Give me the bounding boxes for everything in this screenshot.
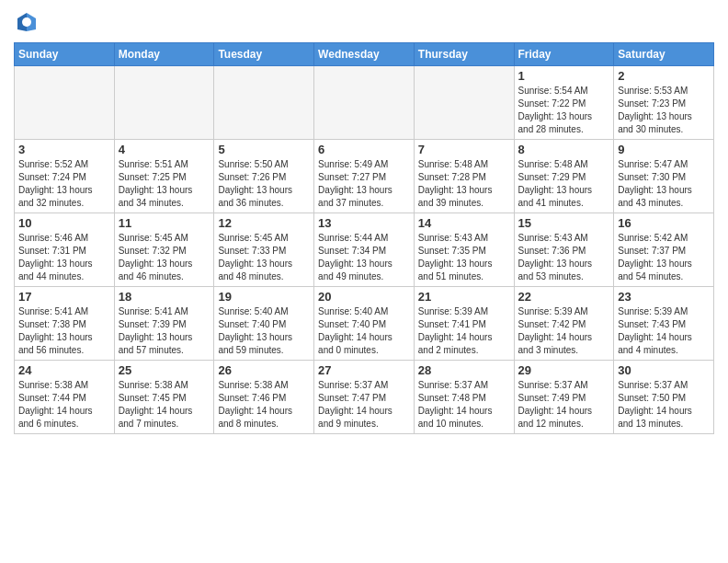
day-info: Sunrise: 5:41 AM Sunset: 7:39 PM Dayligh… bbox=[119, 305, 210, 357]
day-number: 12 bbox=[218, 216, 310, 230]
calendar-cell: 19Sunrise: 5:40 AM Sunset: 7:40 PM Dayli… bbox=[214, 287, 314, 361]
day-number: 24 bbox=[18, 363, 110, 377]
calendar-cell: 12Sunrise: 5:45 AM Sunset: 7:33 PM Dayli… bbox=[214, 213, 314, 287]
day-number: 19 bbox=[218, 290, 310, 304]
day-info: Sunrise: 5:49 AM Sunset: 7:27 PM Dayligh… bbox=[318, 158, 410, 210]
day-info: Sunrise: 5:37 AM Sunset: 7:49 PM Dayligh… bbox=[518, 379, 610, 431]
calendar-cell bbox=[414, 66, 514, 140]
day-number: 27 bbox=[318, 363, 410, 377]
day-info: Sunrise: 5:43 AM Sunset: 7:35 PM Dayligh… bbox=[418, 232, 510, 283]
weekday-header-tuesday: Tuesday bbox=[214, 43, 314, 66]
day-number: 4 bbox=[119, 143, 210, 156]
calendar-cell: 24Sunrise: 5:38 AM Sunset: 7:44 PM Dayli… bbox=[15, 361, 115, 434]
day-info: Sunrise: 5:39 AM Sunset: 7:42 PM Dayligh… bbox=[518, 305, 610, 357]
day-info: Sunrise: 5:37 AM Sunset: 7:47 PM Dayligh… bbox=[318, 379, 410, 431]
day-number: 5 bbox=[218, 143, 310, 156]
weekday-header-monday: Monday bbox=[114, 43, 214, 66]
day-info: Sunrise: 5:50 AM Sunset: 7:26 PM Dayligh… bbox=[218, 158, 310, 210]
day-number: 9 bbox=[618, 143, 710, 156]
calendar-cell bbox=[114, 66, 214, 140]
day-number: 10 bbox=[18, 216, 110, 230]
day-number: 11 bbox=[119, 216, 210, 230]
day-number: 25 bbox=[119, 363, 210, 377]
weekday-header-friday: Friday bbox=[514, 43, 614, 66]
calendar-cell: 23Sunrise: 5:39 AM Sunset: 7:43 PM Dayli… bbox=[614, 287, 714, 361]
calendar-cell: 10Sunrise: 5:46 AM Sunset: 7:31 PM Dayli… bbox=[15, 213, 115, 287]
calendar-cell bbox=[214, 66, 314, 140]
day-info: Sunrise: 5:44 AM Sunset: 7:34 PM Dayligh… bbox=[318, 232, 410, 283]
day-number: 3 bbox=[18, 143, 110, 156]
day-info: Sunrise: 5:38 AM Sunset: 7:44 PM Dayligh… bbox=[18, 379, 110, 431]
day-number: 15 bbox=[518, 216, 610, 230]
week-row-1: 3Sunrise: 5:52 AM Sunset: 7:24 PM Daylig… bbox=[15, 140, 714, 213]
weekday-header-saturday: Saturday bbox=[614, 43, 714, 66]
day-info: Sunrise: 5:39 AM Sunset: 7:41 PM Dayligh… bbox=[418, 305, 510, 357]
day-info: Sunrise: 5:38 AM Sunset: 7:46 PM Dayligh… bbox=[218, 379, 310, 431]
page-header bbox=[14, 9, 714, 35]
day-info: Sunrise: 5:47 AM Sunset: 7:30 PM Dayligh… bbox=[618, 158, 710, 210]
day-number: 22 bbox=[518, 290, 610, 304]
day-info: Sunrise: 5:51 AM Sunset: 7:25 PM Dayligh… bbox=[119, 158, 210, 210]
day-number: 13 bbox=[318, 216, 410, 230]
calendar-cell: 20Sunrise: 5:40 AM Sunset: 7:40 PM Dayli… bbox=[314, 287, 415, 361]
calendar-cell: 3Sunrise: 5:52 AM Sunset: 7:24 PM Daylig… bbox=[15, 140, 115, 213]
calendar-cell: 9Sunrise: 5:47 AM Sunset: 7:30 PM Daylig… bbox=[614, 140, 714, 213]
day-number: 23 bbox=[618, 290, 710, 304]
calendar-cell: 21Sunrise: 5:39 AM Sunset: 7:41 PM Dayli… bbox=[414, 287, 514, 361]
day-number: 18 bbox=[119, 290, 210, 304]
day-number: 6 bbox=[318, 143, 410, 156]
day-info: Sunrise: 5:40 AM Sunset: 7:40 PM Dayligh… bbox=[218, 305, 310, 357]
day-info: Sunrise: 5:38 AM Sunset: 7:45 PM Dayligh… bbox=[119, 379, 210, 431]
calendar-table: SundayMondayTuesdayWednesdayThursdayFrid… bbox=[14, 42, 714, 434]
page-container: SundayMondayTuesdayWednesdayThursdayFrid… bbox=[0, 0, 728, 443]
day-number: 28 bbox=[418, 363, 510, 377]
calendar-cell: 8Sunrise: 5:48 AM Sunset: 7:29 PM Daylig… bbox=[514, 140, 614, 213]
day-info: Sunrise: 5:42 AM Sunset: 7:37 PM Dayligh… bbox=[618, 232, 710, 283]
calendar-cell: 25Sunrise: 5:38 AM Sunset: 7:45 PM Dayli… bbox=[114, 361, 214, 434]
day-number: 8 bbox=[518, 143, 610, 156]
day-number: 16 bbox=[618, 216, 710, 230]
day-number: 26 bbox=[218, 363, 310, 377]
day-info: Sunrise: 5:43 AM Sunset: 7:36 PM Dayligh… bbox=[518, 232, 610, 283]
week-row-2: 10Sunrise: 5:46 AM Sunset: 7:31 PM Dayli… bbox=[15, 213, 714, 287]
calendar-cell: 2Sunrise: 5:53 AM Sunset: 7:23 PM Daylig… bbox=[614, 66, 714, 140]
calendar-cell: 5Sunrise: 5:50 AM Sunset: 7:26 PM Daylig… bbox=[214, 140, 314, 213]
day-number: 14 bbox=[418, 216, 510, 230]
calendar-cell: 7Sunrise: 5:48 AM Sunset: 7:28 PM Daylig… bbox=[414, 140, 514, 213]
week-row-4: 24Sunrise: 5:38 AM Sunset: 7:44 PM Dayli… bbox=[15, 361, 714, 434]
week-row-3: 17Sunrise: 5:41 AM Sunset: 7:38 PM Dayli… bbox=[15, 287, 714, 361]
day-info: Sunrise: 5:40 AM Sunset: 7:40 PM Dayligh… bbox=[318, 305, 410, 357]
day-info: Sunrise: 5:46 AM Sunset: 7:31 PM Dayligh… bbox=[18, 232, 110, 283]
calendar-cell: 6Sunrise: 5:49 AM Sunset: 7:27 PM Daylig… bbox=[314, 140, 415, 213]
weekday-header-thursday: Thursday bbox=[414, 43, 514, 66]
day-info: Sunrise: 5:37 AM Sunset: 7:48 PM Dayligh… bbox=[418, 379, 510, 431]
day-number: 20 bbox=[318, 290, 410, 304]
calendar-cell: 11Sunrise: 5:45 AM Sunset: 7:32 PM Dayli… bbox=[114, 213, 214, 287]
day-info: Sunrise: 5:45 AM Sunset: 7:32 PM Dayligh… bbox=[119, 232, 210, 283]
calendar-cell: 14Sunrise: 5:43 AM Sunset: 7:35 PM Dayli… bbox=[414, 213, 514, 287]
day-info: Sunrise: 5:54 AM Sunset: 7:22 PM Dayligh… bbox=[518, 85, 610, 136]
calendar-cell: 13Sunrise: 5:44 AM Sunset: 7:34 PM Dayli… bbox=[314, 213, 415, 287]
calendar-cell: 17Sunrise: 5:41 AM Sunset: 7:38 PM Dayli… bbox=[15, 287, 115, 361]
day-info: Sunrise: 5:48 AM Sunset: 7:28 PM Dayligh… bbox=[418, 158, 510, 210]
calendar-cell bbox=[15, 66, 115, 140]
day-info: Sunrise: 5:39 AM Sunset: 7:43 PM Dayligh… bbox=[618, 305, 710, 357]
day-info: Sunrise: 5:37 AM Sunset: 7:50 PM Dayligh… bbox=[618, 379, 710, 431]
calendar-cell: 22Sunrise: 5:39 AM Sunset: 7:42 PM Dayli… bbox=[514, 287, 614, 361]
day-info: Sunrise: 5:48 AM Sunset: 7:29 PM Dayligh… bbox=[518, 158, 610, 210]
day-info: Sunrise: 5:41 AM Sunset: 7:38 PM Dayligh… bbox=[18, 305, 110, 357]
calendar-cell: 1Sunrise: 5:54 AM Sunset: 7:22 PM Daylig… bbox=[514, 66, 614, 140]
logo bbox=[14, 9, 43, 35]
week-row-0: 1Sunrise: 5:54 AM Sunset: 7:22 PM Daylig… bbox=[15, 66, 714, 140]
calendar-cell: 26Sunrise: 5:38 AM Sunset: 7:46 PM Dayli… bbox=[214, 361, 314, 434]
calendar-cell: 18Sunrise: 5:41 AM Sunset: 7:39 PM Dayli… bbox=[114, 287, 214, 361]
calendar-cell: 15Sunrise: 5:43 AM Sunset: 7:36 PM Dayli… bbox=[514, 213, 614, 287]
weekday-header-sunday: Sunday bbox=[15, 43, 115, 66]
svg-point-1 bbox=[22, 17, 31, 27]
calendar-cell: 29Sunrise: 5:37 AM Sunset: 7:49 PM Dayli… bbox=[514, 361, 614, 434]
day-number: 21 bbox=[418, 290, 510, 304]
logo-icon bbox=[14, 9, 40, 35]
calendar-cell: 16Sunrise: 5:42 AM Sunset: 7:37 PM Dayli… bbox=[614, 213, 714, 287]
weekday-header-wednesday: Wednesday bbox=[314, 43, 415, 66]
calendar-cell: 4Sunrise: 5:51 AM Sunset: 7:25 PM Daylig… bbox=[114, 140, 214, 213]
